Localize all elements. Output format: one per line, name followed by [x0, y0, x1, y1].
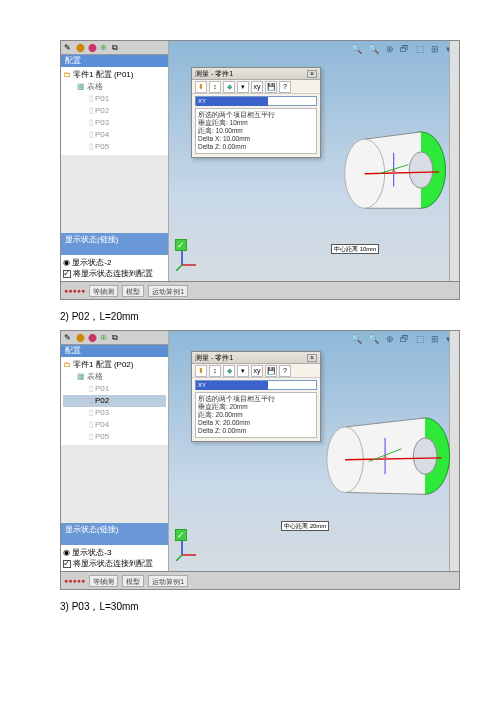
dialog-toolbar[interactable]: ⬍ ↕ ◆ ▾ xy 💾 ? [192, 364, 320, 378]
panel-header: 配置 [61, 345, 168, 357]
tab-icon-3[interactable]: ⬤ [88, 43, 98, 53]
tree-item-label: P04 [95, 129, 109, 141]
tree-table-label: 表格 [87, 371, 103, 383]
tab-icon-2[interactable]: ⬤ [76, 333, 86, 343]
config-tree[interactable]: 🗀零件1 配置 (P02) ▦表格 ▯P01 ▯P02 ▯P03 ▯P04 ▯P… [61, 357, 168, 445]
dialog-selection-field[interactable]: XY [195, 380, 317, 390]
status-tab[interactable]: 等轴测 [89, 285, 118, 297]
dialog-titlebar[interactable]: 测量 - 零件1 × [192, 352, 320, 364]
confirm-icon[interactable]: ✓ [175, 239, 187, 251]
toolbar-btn[interactable]: ⬍ [195, 365, 207, 377]
tree-item[interactable]: ▯P03 [63, 117, 166, 129]
close-icon[interactable]: × [307, 70, 317, 78]
vertical-scrollbar[interactable] [449, 41, 459, 281]
tree-item[interactable]: ▯P01 [63, 93, 166, 105]
caption-p02: 2) P02，L=20mm [60, 310, 460, 324]
link-display-state-checkbox[interactable]: 将显示状态连接到配置 [63, 268, 166, 279]
status-tab[interactable]: 等轴测 [89, 575, 118, 587]
caption-p03: 3) P03，L=30mm [60, 600, 460, 614]
view-toolbar-icons[interactable]: 🔍 🔍 ⊕ 🗗 ⬚ ⊞ ▾ [351, 334, 453, 344]
dialog-results: 所选的两个项目相互平行 垂直距离: 10mm 距离: 10.00mm Delta… [195, 108, 317, 154]
status-tab[interactable]: 运动算例1 [148, 285, 188, 297]
tree-table[interactable]: ▦表格 [63, 81, 166, 93]
checkbox-icon[interactable] [63, 270, 71, 278]
doc-icon: ▯ [89, 383, 93, 395]
panel-spacer [61, 445, 168, 523]
toolbar-btn[interactable]: xy [251, 81, 263, 93]
display-state-label: 显示状态-3 [72, 548, 111, 557]
tab-icon-5[interactable]: ⧉ [112, 333, 122, 343]
tree-item-label: P02 [95, 105, 109, 117]
tab-icon-3[interactable]: ⬤ [88, 333, 98, 343]
selection-highlight: XY [196, 381, 268, 390]
svg-line-5 [379, 165, 408, 174]
result-line: 所选的两个项目相互平行 [198, 395, 314, 403]
toolbar-btn[interactable]: ◆ [223, 81, 235, 93]
tree-root[interactable]: 🗀零件1 配置 (P01) [63, 69, 166, 81]
tab-icon-2[interactable]: ⬤ [76, 43, 86, 53]
panel-tab-row[interactable]: ✎ ⬤ ⬤ ⊕ ⧉ [61, 331, 168, 345]
toolbar-btn[interactable]: 💾 [265, 81, 277, 93]
dialog-selection-field[interactable]: XY [195, 96, 317, 106]
tree-item[interactable]: ▯P05 [63, 431, 166, 443]
config-tree[interactable]: 🗀零件1 配置 (P01) ▦表格 ▯P01 ▯P02 ▯P03 ▯P04 ▯P… [61, 67, 168, 155]
tab-icon-4[interactable]: ⊕ [100, 43, 110, 53]
status-tab[interactable]: 模型 [122, 285, 144, 297]
measure-dialog[interactable]: 测量 - 零件1 × ⬍ ↕ ◆ ▾ xy 💾 ? XY 所选的两个项目相互平行… [191, 67, 321, 158]
tab-icon-5[interactable]: ⧉ [112, 43, 122, 53]
svg-point-11 [327, 427, 363, 492]
tree-item-selected[interactable]: ▯P02 [63, 395, 166, 407]
tree-item-label: P05 [95, 141, 109, 153]
toolbar-btn[interactable]: ↕ [209, 81, 221, 93]
cylinder-model[interactable] [311, 407, 460, 507]
display-state-item[interactable]: ◉ 显示状态-2 [63, 257, 166, 268]
dialog-toolbar[interactable]: ⬍ ↕ ◆ ▾ xy 💾 ? [192, 80, 320, 94]
measure-dialog[interactable]: 测量 - 零件1 × ⬍ ↕ ◆ ▾ xy 💾 ? XY 所选的两个项目相互平行… [191, 351, 321, 442]
tree-table[interactable]: ▦表格 [63, 371, 166, 383]
toolbar-btn[interactable]: ▾ [237, 365, 249, 377]
cad-screenshot-1: 🔍 🔍 ⊕ 🗗 ⬚ ⊞ ▾ ✎ ⬤ ⬤ ⊕ ⧉ 配置 🗀零件1 配置 (P01)… [60, 40, 460, 300]
svg-line-15 [369, 449, 402, 462]
cylinder-model[interactable] [326, 121, 456, 221]
tree-root-label: 零件1 配置 (P02) [73, 359, 133, 371]
close-icon[interactable]: × [307, 354, 317, 362]
dialog-titlebar[interactable]: 测量 - 零件1 × [192, 68, 320, 80]
link-display-state-checkbox[interactable]: 将显示状态连接到配置 [63, 558, 166, 569]
toolbar-btn[interactable]: ◆ [223, 365, 235, 377]
tree-item[interactable]: ▯P04 [63, 129, 166, 141]
tree-table-label: 表格 [87, 81, 103, 93]
vertical-scrollbar[interactable] [449, 331, 459, 571]
panel-tab-row[interactable]: ✎ ⬤ ⬤ ⊕ ⧉ [61, 41, 168, 55]
tree-item-label: P05 [95, 431, 109, 443]
distance-label-tag: 中心距离 10mm [331, 244, 379, 254]
tree-item[interactable]: ▯P05 [63, 141, 166, 153]
toolbar-btn[interactable]: ↕ [209, 365, 221, 377]
toolbar-btn[interactable]: xy [251, 365, 263, 377]
status-bar: ●●●●● 等轴测 模型 运动算例1 [61, 281, 459, 299]
svg-point-1 [345, 139, 385, 208]
status-left: ●●●●● [64, 577, 85, 584]
checkbox-icon[interactable] [63, 560, 71, 568]
view-toolbar-icons[interactable]: 🔍 🔍 ⊕ 🗗 ⬚ ⊞ ▾ [351, 44, 453, 54]
tab-icon-1[interactable]: ✎ [64, 43, 74, 53]
confirm-icon[interactable]: ✓ [175, 529, 187, 541]
toolbar-btn[interactable]: ▾ [237, 81, 249, 93]
toolbar-btn[interactable]: ⬍ [195, 81, 207, 93]
result-line: 垂直距离: 10mm [198, 119, 314, 127]
tab-icon-1[interactable]: ✎ [64, 333, 74, 343]
display-state-item[interactable]: ◉ 显示状态-3 [63, 547, 166, 558]
status-tab[interactable]: 模型 [122, 575, 144, 587]
tree-item[interactable]: ▯P01 [63, 383, 166, 395]
tree-item-label: P03 [95, 407, 109, 419]
tree-item-label: P02 [95, 395, 109, 407]
tree-root[interactable]: 🗀零件1 配置 (P02) [63, 359, 166, 371]
tree-item[interactable]: ▯P02 [63, 105, 166, 117]
toolbar-btn[interactable]: ? [279, 365, 291, 377]
toolbar-btn[interactable]: ? [279, 81, 291, 93]
tab-icon-4[interactable]: ⊕ [100, 333, 110, 343]
tree-item[interactable]: ▯P04 [63, 419, 166, 431]
tree-item[interactable]: ▯P03 [63, 407, 166, 419]
config-panel: ✎ ⬤ ⬤ ⊕ ⧉ 配置 🗀零件1 配置 (P02) ▦表格 ▯P01 ▯P02… [61, 331, 169, 571]
toolbar-btn[interactable]: 💾 [265, 365, 277, 377]
status-tab[interactable]: 运动算例1 [148, 575, 188, 587]
